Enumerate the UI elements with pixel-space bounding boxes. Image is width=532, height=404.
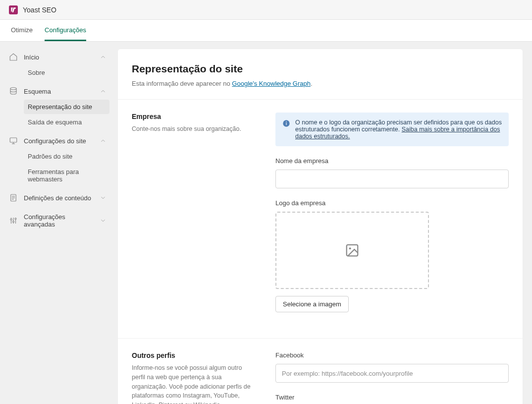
info-alert: O nome e o logo da organização precisam … [275, 113, 509, 146]
tabs: Otimize Configurações [0, 20, 532, 42]
knowledge-graph-link[interactable]: Google's Knowledge Graph [232, 80, 311, 87]
topbar: Yoast SEO [0, 0, 532, 20]
app-logo [9, 5, 18, 14]
sidebar-group-inicio[interactable]: Início [6, 49, 109, 65]
company-logo-label: Logo da empresa [275, 199, 509, 207]
sidebar-group-esquema[interactable]: Esquema [6, 83, 109, 100]
select-image-button[interactable]: Selecione a imagem [275, 296, 349, 312]
facebook-input[interactable] [275, 364, 509, 383]
chevron-up-icon [100, 54, 106, 60]
home-icon [9, 53, 18, 61]
sidebar-group-label: Definições de conteúdo [24, 194, 91, 202]
tab-optimize[interactable]: Otimize [11, 20, 33, 41]
sliders-icon [9, 216, 18, 225]
sidebar-item-sobre[interactable]: Sobre [24, 65, 109, 80]
svg-rect-17 [347, 245, 358, 256]
sidebar-group-avancadas[interactable]: Configurações avançadas [6, 209, 109, 232]
twitter-label: Twitter [275, 394, 509, 401]
tab-settings[interactable]: Configurações [45, 20, 86, 41]
sidebar-group-site[interactable]: Configurações do site [6, 132, 109, 149]
svg-rect-1 [10, 138, 17, 142]
company-name-input[interactable] [275, 170, 509, 188]
chevron-up-icon [100, 88, 106, 95]
sidebar-group-label: Início [24, 54, 39, 61]
database-icon [9, 87, 18, 96]
facebook-label: Facebook [275, 351, 509, 359]
section-heading-perfis: Outros perfis [132, 351, 256, 359]
sidebar: Início Sobre Esquema Representação do si… [0, 42, 115, 404]
sidebar-group-label: Esquema [24, 88, 51, 95]
chevron-down-icon [100, 194, 106, 201]
logo-dropzone[interactable] [275, 212, 429, 289]
section-heading-empresa: Empresa [132, 113, 256, 120]
sidebar-group-label: Configurações do site [24, 137, 86, 145]
page-title: Representação do site [132, 63, 509, 75]
svg-point-9 [10, 219, 12, 220]
chevron-up-icon [100, 137, 106, 144]
svg-point-0 [10, 88, 16, 90]
sidebar-item-representacao[interactable]: Representação do site [24, 100, 109, 114]
section-desc-perfis: Informe-nos se você possui algum outro p… [132, 363, 256, 404]
info-icon [282, 119, 290, 127]
document-icon [9, 193, 18, 202]
image-placeholder-icon [345, 243, 360, 258]
chevron-down-icon [100, 217, 106, 224]
sidebar-item-padroes[interactable]: Padrões do site [24, 149, 109, 164]
sidebar-item-saida[interactable]: Saída de esquema [24, 115, 109, 129]
svg-rect-15 [286, 123, 286, 125]
svg-point-16 [286, 121, 287, 122]
section-desc-empresa: Conte-nos mais sobre sua organização. [132, 124, 256, 134]
monitor-icon [9, 136, 18, 145]
svg-point-11 [13, 221, 14, 223]
company-name-label: Nome da empresa [275, 157, 509, 165]
app-title: Yoast SEO [23, 6, 56, 14]
page-description: Esta informação deve aparecer no Google'… [132, 80, 509, 87]
sidebar-item-ferramentas[interactable]: Ferramentas para webmasters [24, 165, 109, 186]
svg-point-18 [349, 247, 351, 249]
sidebar-group-label: Configurações avançadas [24, 213, 94, 228]
sidebar-group-conteudo[interactable]: Definições de conteúdo [6, 189, 109, 206]
settings-card: Representação do site Esta informação de… [117, 49, 523, 404]
svg-point-13 [15, 218, 16, 220]
